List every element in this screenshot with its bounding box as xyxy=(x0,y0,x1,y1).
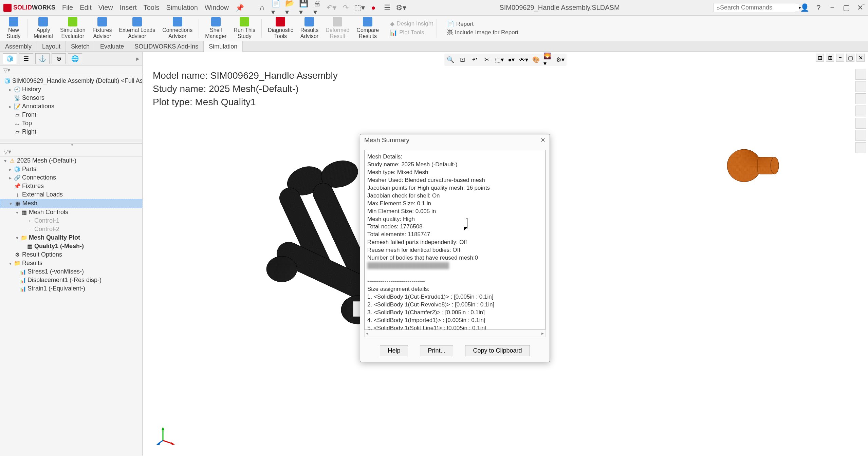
apply-scene-icon[interactable]: 🌄▾ xyxy=(543,55,553,64)
collapse-icon[interactable]: ▾ xyxy=(15,235,19,241)
collapse-ribbon-icon[interactable]: ⌃ xyxy=(861,3,868,10)
copy-clipboard-button[interactable]: Copy to Clipboard xyxy=(465,345,530,356)
taskpane-file-explorer-icon[interactable] xyxy=(855,93,866,104)
tree-history[interactable]: ▸🕘History xyxy=(0,85,142,94)
tree-root-assembly[interactable]: 🧊SIM009629_Handle Assembly (Default) <Fu… xyxy=(0,77,142,85)
display-tab-icon[interactable]: 🌐 xyxy=(68,53,82,64)
edit-appearance-icon[interactable]: 🎨 xyxy=(531,55,541,64)
open-icon[interactable]: 📂▾ xyxy=(285,3,294,12)
sim-tree-parts[interactable]: ▸🧊Parts xyxy=(0,165,142,173)
view-orientation-icon[interactable]: ⬚▾ xyxy=(495,55,504,64)
feature-tree-tab-icon[interactable]: 🧊 xyxy=(3,53,17,64)
sim-tree-strain1[interactable]: 📊Strain1 (-Equivalent-) xyxy=(0,284,142,293)
tree-sensors[interactable]: 📡Sensors xyxy=(0,94,142,102)
panel-expand-icon[interactable]: ▶ xyxy=(136,56,140,61)
tree-front-plane[interactable]: ▱Front xyxy=(0,111,142,119)
menu-insert[interactable]: Insert xyxy=(120,4,137,12)
sim-tree-mesh-controls[interactable]: ▾▦Mesh Controls xyxy=(0,208,142,217)
viewport-minimize-icon[interactable]: − xyxy=(836,54,844,62)
sim-tree-external-loads[interactable]: ↓External Loads xyxy=(0,190,142,199)
menu-edit[interactable]: Edit xyxy=(80,4,91,12)
settings-icon[interactable]: ⚙▾ xyxy=(397,3,406,12)
previous-view-icon[interactable]: ↶ xyxy=(470,55,480,64)
expand-icon[interactable]: ▸ xyxy=(8,87,13,92)
include-image-button[interactable]: 🖼Include Image for Report xyxy=(447,29,518,36)
sim-tree-results[interactable]: ▾📁Results xyxy=(0,259,142,267)
search-input[interactable] xyxy=(720,4,799,11)
results-advisor-button[interactable]: Results Advisor xyxy=(298,16,321,40)
new-study-button[interactable]: New Study xyxy=(3,16,24,40)
tab-evaluate[interactable]: Evaluate xyxy=(95,41,129,52)
user-icon[interactable]: 👤 xyxy=(800,3,809,12)
horizontal-scrollbar[interactable]: ◂▸ xyxy=(364,330,546,337)
viewport-control-icon[interactable]: ⊞ xyxy=(816,54,824,62)
shell-manager-button[interactable]: Shell Manager xyxy=(202,16,229,40)
options-icon[interactable]: ☰ xyxy=(383,3,392,12)
property-tab-icon[interactable]: ☰ xyxy=(19,53,33,64)
display-style-icon[interactable]: ●▾ xyxy=(507,55,516,64)
config-tab-icon[interactable]: ⚓ xyxy=(35,53,50,64)
view-settings-icon[interactable]: ⚙▾ xyxy=(556,55,565,64)
report-button[interactable]: 📄Report xyxy=(447,20,518,27)
simulation-evaluator-button[interactable]: Simulation Evaluator xyxy=(57,16,88,40)
sim-tree-stress1[interactable]: 📊Stress1 (-vonMises-) xyxy=(0,267,142,276)
filter-icon[interactable]: ▽▾ xyxy=(3,67,10,73)
diagnostic-tools-button[interactable]: Diagnostic Tools xyxy=(265,16,296,40)
compare-results-button[interactable]: Compare Results xyxy=(354,16,382,40)
expand-icon[interactable]: ▾ xyxy=(3,158,7,164)
tree-annotations[interactable]: ▸📝Annotations xyxy=(0,102,142,111)
viewport-close-icon[interactable]: ✕ xyxy=(856,54,865,62)
collapse-icon[interactable]: ▾ xyxy=(15,210,19,215)
sim-tree-control2[interactable]: ◦Control-2 xyxy=(0,225,142,233)
collapse-icon[interactable]: ▾ xyxy=(8,201,13,206)
menu-window[interactable]: Window xyxy=(205,4,229,12)
redo-icon[interactable]: ↷ xyxy=(341,3,350,12)
search-commands[interactable]: ⌕ ▾ xyxy=(714,3,795,12)
print-button[interactable]: Print... xyxy=(420,345,453,356)
menu-tools[interactable]: Tools xyxy=(144,4,160,12)
dialog-close-button[interactable]: ✕ xyxy=(540,136,546,144)
print-icon[interactable]: 🖨▾ xyxy=(313,3,322,12)
menu-view[interactable]: View xyxy=(98,4,113,12)
viewport-maximize-icon[interactable]: ▢ xyxy=(846,54,854,62)
sim-tree-fixtures[interactable]: 📌Fixtures xyxy=(0,182,142,190)
mesh-summary-text[interactable]: Mesh Details: Study name: 2025 Mesh (-De… xyxy=(364,150,546,330)
menu-pin-icon[interactable]: 📌 xyxy=(236,4,244,12)
expand-icon[interactable]: ▸ xyxy=(8,167,13,172)
expand-icon[interactable]: ▸ xyxy=(8,104,13,109)
tab-sketch[interactable]: Sketch xyxy=(66,41,95,52)
collapse-icon[interactable]: ▾ xyxy=(8,261,13,266)
home-icon[interactable]: ⌂ xyxy=(258,3,266,12)
taskpane-design-library-icon[interactable] xyxy=(855,81,866,92)
run-this-study-button[interactable]: Run This Study xyxy=(231,16,258,40)
sim-tree-connections[interactable]: ▸🔗Connections xyxy=(0,173,142,182)
help-icon[interactable]: ? xyxy=(814,3,823,12)
menu-simulation[interactable]: Simulation xyxy=(166,4,198,12)
section-view-icon[interactable]: ✂ xyxy=(482,55,492,64)
connections-advisor-button[interactable]: Connections Advisor xyxy=(160,16,195,40)
help-button[interactable]: Help xyxy=(380,345,408,356)
taskpane-custom-props-icon[interactable] xyxy=(855,130,866,141)
maximize-icon[interactable]: ▢ xyxy=(842,3,851,12)
tree-top-plane[interactable]: ▱Top xyxy=(0,119,142,128)
select-icon[interactable]: ⬚▾ xyxy=(355,3,364,12)
minimize-icon[interactable]: − xyxy=(828,3,837,12)
tab-layout[interactable]: Layout xyxy=(37,41,66,52)
fixtures-advisor-button[interactable]: Fixtures Advisor xyxy=(90,16,115,40)
tab-assembly[interactable]: Assembly xyxy=(0,41,37,52)
new-doc-icon[interactable]: 📄▾ xyxy=(272,3,280,12)
zoom-fit-icon[interactable]: 🔍 xyxy=(446,55,455,64)
tab-simulation[interactable]: Simulation xyxy=(204,41,243,52)
undo-icon[interactable]: ↶▾ xyxy=(327,3,336,12)
external-loads-advisor-button[interactable]: External Loads Advisor xyxy=(116,16,158,40)
rebuild-icon[interactable]: ● xyxy=(369,3,378,12)
expand-icon[interactable]: ▸ xyxy=(8,175,13,181)
taskpane-view-palette-icon[interactable] xyxy=(855,106,866,116)
sim-tree-quality1[interactable]: ▦Quality1 (-Mesh-) xyxy=(0,242,142,250)
dimxpert-tab-icon[interactable]: ⊕ xyxy=(52,53,66,64)
apply-material-button[interactable]: Apply Material xyxy=(31,16,56,40)
sim-tree-mesh[interactable]: ▾▦Mesh xyxy=(0,199,142,208)
zoom-area-icon[interactable]: ⊡ xyxy=(458,55,467,64)
dialog-titlebar[interactable]: Mesh Summary ✕ xyxy=(360,134,550,146)
taskpane-forum-icon[interactable] xyxy=(855,142,866,153)
